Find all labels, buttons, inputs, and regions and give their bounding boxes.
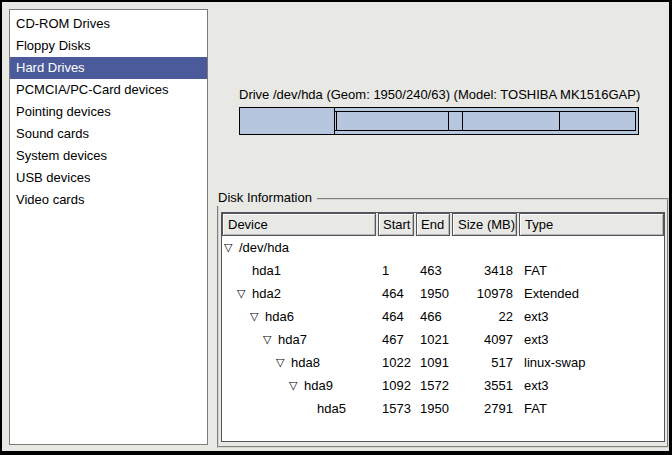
start-cell: 1573	[378, 397, 414, 420]
device-name: hda1	[252, 259, 281, 282]
start-cell: 467	[378, 328, 414, 351]
size-cell	[452, 236, 517, 259]
partition-segment-hda9	[462, 112, 559, 130]
type-cell	[519, 236, 664, 259]
table-row-hda2[interactable]: ▽hda2464195010978Extended	[222, 282, 664, 305]
device-name: hda5	[317, 397, 346, 420]
expander-open-icon[interactable]: ▽	[224, 236, 239, 259]
start-cell: 464	[378, 282, 414, 305]
table-row-hda5[interactable]: hda5157319502791FAT	[222, 397, 664, 420]
partition-bar	[239, 107, 639, 135]
end-cell: 463	[416, 259, 450, 282]
sidebar-item-hard-drives[interactable]: Hard Drives	[10, 57, 207, 79]
device-cell: ▽/dev/hda	[222, 236, 376, 259]
type-cell: FAT	[519, 259, 664, 282]
sidebar-item-sound-cards[interactable]: Sound cards	[10, 123, 207, 145]
size-cell: 22	[452, 305, 517, 328]
size-cell: 2791	[452, 397, 517, 420]
table-row-hda8[interactable]: ▽hda810221091517linux-swap	[222, 351, 664, 374]
size-cell: 10978	[452, 282, 517, 305]
device-cell: ▽hda9	[222, 374, 376, 397]
table-row-hda7[interactable]: ▽hda746710214097ext3	[222, 328, 664, 351]
table-row-hda9[interactable]: ▽hda9109215723551ext3	[222, 374, 664, 397]
device-category-list[interactable]: CD-ROM DrivesFloppy DisksHard DrivesPCMC…	[9, 9, 208, 445]
partition-table-header: DeviceStartEndSize (MB)Type	[222, 213, 664, 236]
partition-table-body: ▽/dev/hdahda114633418FAT▽hda246419501097…	[222, 236, 664, 420]
type-cell: ext3	[519, 328, 664, 351]
expander-open-icon[interactable]: ▽	[263, 328, 278, 351]
column-header-device[interactable]: Device	[222, 213, 376, 236]
partition-segment-hda8	[448, 112, 462, 130]
disk-information-frame: Disk Information DeviceStartEndSize (MB)…	[217, 198, 669, 448]
device-name: hda7	[278, 328, 307, 351]
sidebar-item-video-cards[interactable]: Video cards	[10, 189, 207, 211]
end-cell	[416, 236, 450, 259]
sidebar-item-usb-devices[interactable]: USB devices	[10, 167, 207, 189]
expander-open-icon[interactable]: ▽	[276, 351, 291, 374]
partition-table[interactable]: DeviceStartEndSize (MB)Type ▽/dev/hdahda…	[221, 212, 665, 442]
size-cell: 3418	[452, 259, 517, 282]
sidebar-item-pcmcia-pc-card-devices[interactable]: PCMCIA/PC-Card devices	[10, 79, 207, 101]
device-cell: ▽hda8	[222, 351, 376, 374]
end-cell: 1091	[416, 351, 450, 374]
disk-information-label: Disk Information	[217, 190, 317, 206]
device-name: /dev/hda	[239, 236, 289, 259]
device-name: hda2	[252, 282, 281, 305]
device-cell: hda1	[222, 259, 376, 282]
expander-open-icon[interactable]: ▽	[289, 374, 304, 397]
type-cell: Extended	[519, 282, 664, 305]
hardware-browser-window: CD-ROM DrivesFloppy DisksHard DrivesPCMC…	[2, 2, 669, 451]
type-cell: ext3	[519, 374, 664, 397]
table-row-hda1[interactable]: hda114633418FAT	[222, 259, 664, 282]
type-cell: linux-swap	[519, 351, 664, 374]
sidebar-item-cd-rom-drives[interactable]: CD-ROM Drives	[10, 13, 207, 35]
column-header-start[interactable]: Start	[378, 213, 414, 236]
end-cell: 1950	[416, 397, 450, 420]
type-cell: ext3	[519, 305, 664, 328]
device-cell: ▽hda6	[222, 305, 376, 328]
device-cell: ▽hda2	[222, 282, 376, 305]
device-cell: hda5	[222, 397, 376, 420]
start-cell: 1	[378, 259, 414, 282]
sidebar-item-pointing-devices[interactable]: Pointing devices	[10, 101, 207, 123]
column-header-size-mb-[interactable]: Size (MB)	[452, 213, 517, 236]
end-cell: 1950	[416, 282, 450, 305]
end-cell: 466	[416, 305, 450, 328]
start-cell: 1022	[378, 351, 414, 374]
device-name: hda9	[304, 374, 333, 397]
sidebar-item-system-devices[interactable]: System devices	[10, 145, 207, 167]
column-header-end[interactable]: End	[416, 213, 450, 236]
partition-segment-hda7	[336, 112, 448, 130]
end-cell: 1572	[416, 374, 450, 397]
table-row--dev-hda[interactable]: ▽/dev/hda	[222, 236, 664, 259]
size-cell: 3551	[452, 374, 517, 397]
sidebar-item-floppy-disks[interactable]: Floppy Disks	[10, 35, 207, 57]
extended-partition-box	[334, 111, 636, 131]
start-cell: 1092	[378, 374, 414, 397]
start-cell: 464	[378, 305, 414, 328]
table-row-hda6[interactable]: ▽hda646446622ext3	[222, 305, 664, 328]
device-name: hda6	[265, 305, 294, 328]
drive-title: Drive /dev/hda (Geom: 1950/240/63) (Mode…	[239, 87, 669, 102]
size-cell: 4097	[452, 328, 517, 351]
start-cell	[378, 236, 414, 259]
end-cell: 1021	[416, 328, 450, 351]
expander-open-icon[interactable]: ▽	[237, 282, 252, 305]
type-cell: FAT	[519, 397, 664, 420]
column-header-type[interactable]: Type	[519, 213, 664, 236]
device-cell: ▽hda7	[222, 328, 376, 351]
partition-segment-hda5	[559, 112, 635, 130]
device-name: hda8	[291, 351, 320, 374]
expander-open-icon[interactable]: ▽	[250, 305, 265, 328]
size-cell: 517	[452, 351, 517, 374]
